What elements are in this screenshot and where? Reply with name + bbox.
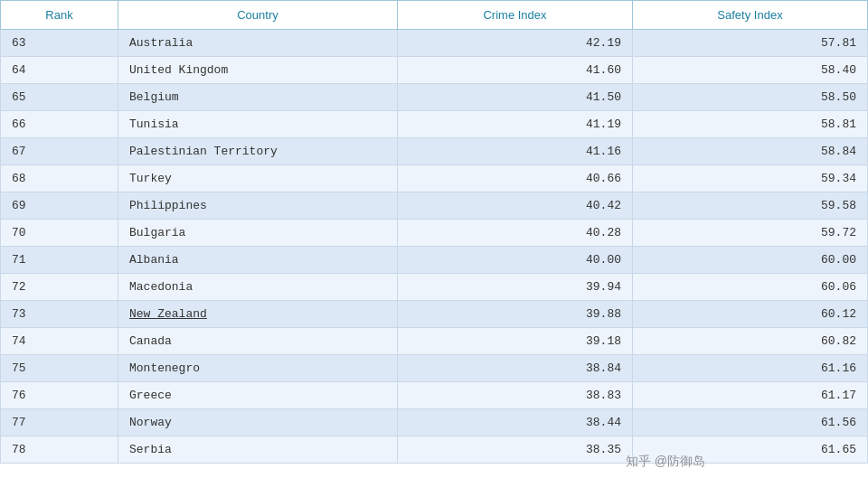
cell-country: Belgium bbox=[118, 84, 398, 111]
cell-rank: 65 bbox=[1, 84, 118, 111]
cell-rank: 64 bbox=[1, 57, 118, 84]
cell-country: Canada bbox=[118, 328, 398, 355]
cell-rank: 71 bbox=[1, 247, 118, 274]
cell-country: Tunisia bbox=[118, 111, 398, 138]
cell-rank: 67 bbox=[1, 138, 118, 165]
cell-safety-index: 61.16 bbox=[633, 355, 868, 382]
table-row: 74Canada39.1860.82 bbox=[1, 328, 868, 355]
cell-rank: 66 bbox=[1, 111, 118, 138]
cell-rank: 78 bbox=[1, 436, 118, 464]
cell-country: Bulgaria bbox=[118, 220, 398, 247]
cell-crime-index: 38.44 bbox=[398, 409, 633, 436]
cell-rank: 74 bbox=[1, 328, 118, 355]
cell-safety-index: 58.84 bbox=[633, 138, 868, 165]
cell-rank: 63 bbox=[1, 30, 118, 57]
header-rank: Rank bbox=[1, 1, 118, 30]
cell-crime-index: 41.19 bbox=[398, 111, 633, 138]
cell-crime-index: 41.16 bbox=[398, 138, 633, 165]
table-row: 63Australia42.1957.81 bbox=[1, 30, 868, 57]
table-header-row: Rank Country Crime Index Safety Index bbox=[1, 1, 868, 30]
cell-crime-index: 40.00 bbox=[398, 247, 633, 274]
cell-safety-index: 60.06 bbox=[633, 274, 868, 301]
cell-crime-index: 38.84 bbox=[398, 355, 633, 382]
cell-safety-index: 58.81 bbox=[633, 111, 868, 138]
table-row: 67Palestinian Territory41.1658.84 bbox=[1, 138, 868, 165]
cell-crime-index: 41.50 bbox=[398, 84, 633, 111]
cell-country: Serbia bbox=[118, 436, 398, 464]
cell-crime-index: 38.83 bbox=[398, 382, 633, 409]
table-row: 69Philippines40.4259.58 bbox=[1, 192, 868, 220]
cell-country: Greece bbox=[118, 382, 398, 409]
cell-rank: 69 bbox=[1, 192, 118, 220]
cell-country: Palestinian Territory bbox=[118, 138, 398, 165]
table-row: 65Belgium41.5058.50 bbox=[1, 84, 868, 111]
header-crime-index: Crime Index bbox=[398, 1, 633, 30]
cell-crime-index: 40.66 bbox=[398, 165, 633, 192]
data-table: Rank Country Crime Index Safety Index 63… bbox=[0, 0, 868, 464]
cell-safety-index: 59.72 bbox=[633, 220, 868, 247]
cell-safety-index: 60.12 bbox=[633, 301, 868, 328]
cell-crime-index: 38.35 bbox=[398, 436, 633, 464]
cell-country: Norway bbox=[118, 409, 398, 436]
cell-crime-index: 39.94 bbox=[398, 274, 633, 301]
cell-rank: 73 bbox=[1, 301, 118, 328]
cell-crime-index: 39.88 bbox=[398, 301, 633, 328]
table-row: 68Turkey40.6659.34 bbox=[1, 165, 868, 192]
header-country: Country bbox=[118, 1, 398, 30]
cell-country: Macedonia bbox=[118, 274, 398, 301]
table-row: 64United Kingdom41.6058.40 bbox=[1, 57, 868, 84]
cell-safety-index: 57.81 bbox=[633, 30, 868, 57]
cell-rank: 76 bbox=[1, 382, 118, 409]
cell-safety-index: 58.40 bbox=[633, 57, 868, 84]
cell-rank: 75 bbox=[1, 355, 118, 382]
cell-country: Philippines bbox=[118, 192, 398, 220]
cell-country: New Zealand bbox=[118, 301, 398, 328]
cell-safety-index: 61.65 bbox=[633, 436, 868, 464]
cell-safety-index: 60.00 bbox=[633, 247, 868, 274]
cell-country: United Kingdom bbox=[118, 57, 398, 84]
table-row: 66Tunisia41.1958.81 bbox=[1, 111, 868, 138]
table-row: 70Bulgaria40.2859.72 bbox=[1, 220, 868, 247]
cell-rank: 72 bbox=[1, 274, 118, 301]
table-row: 77Norway38.4461.56 bbox=[1, 409, 868, 436]
table-row: 71Albania40.0060.00 bbox=[1, 247, 868, 274]
table-row: 73New Zealand39.8860.12 bbox=[1, 301, 868, 328]
cell-crime-index: 40.28 bbox=[398, 220, 633, 247]
cell-country: Albania bbox=[118, 247, 398, 274]
cell-country: Australia bbox=[118, 30, 398, 57]
cell-safety-index: 61.17 bbox=[633, 382, 868, 409]
cell-country: Turkey bbox=[118, 165, 398, 192]
cell-safety-index: 61.56 bbox=[633, 409, 868, 436]
cell-rank: 70 bbox=[1, 220, 118, 247]
cell-safety-index: 58.50 bbox=[633, 84, 868, 111]
cell-crime-index: 39.18 bbox=[398, 328, 633, 355]
cell-safety-index: 59.58 bbox=[633, 192, 868, 220]
cell-crime-index: 40.42 bbox=[398, 192, 633, 220]
cell-rank: 77 bbox=[1, 409, 118, 436]
cell-safety-index: 59.34 bbox=[633, 165, 868, 192]
table-row: 72Macedonia39.9460.06 bbox=[1, 274, 868, 301]
cell-country: Montenegro bbox=[118, 355, 398, 382]
table-row: 78Serbia38.3561.65 bbox=[1, 436, 868, 464]
header-safety-index: Safety Index bbox=[633, 1, 868, 30]
cell-crime-index: 42.19 bbox=[398, 30, 633, 57]
cell-rank: 68 bbox=[1, 165, 118, 192]
cell-crime-index: 41.60 bbox=[398, 57, 633, 84]
table-row: 75Montenegro38.8461.16 bbox=[1, 355, 868, 382]
cell-safety-index: 60.82 bbox=[633, 328, 868, 355]
table-row: 76Greece38.8361.17 bbox=[1, 382, 868, 409]
